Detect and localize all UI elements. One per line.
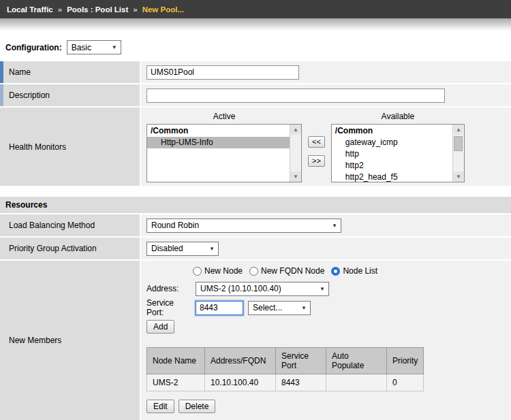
radio-new-fqdn-node[interactable]: New FQDN Node bbox=[249, 266, 324, 276]
load-balancing-method-label: Load Balancing Method bbox=[3, 214, 140, 236]
chevron-down-icon: ▼ bbox=[112, 44, 117, 50]
name-row: Name bbox=[0, 61, 511, 83]
list-item-monitor[interactable]: http2_head_f5 bbox=[332, 172, 452, 182]
radio-icon bbox=[249, 267, 258, 276]
radio-new-node[interactable]: New Node bbox=[193, 266, 243, 276]
breadcrumb-local-traffic[interactable]: Local Traffic bbox=[7, 5, 53, 14]
load-balancing-method-select[interactable]: Round Robin ▼ bbox=[146, 219, 341, 233]
add-member-button[interactable]: Add bbox=[146, 320, 174, 334]
configuration-select-value: Basic bbox=[72, 43, 91, 52]
scroll-up-icon[interactable]: ▲ bbox=[454, 125, 463, 135]
chevron-down-icon: ▼ bbox=[209, 246, 215, 252]
column-header-priority: Priority bbox=[387, 348, 424, 374]
move-to-available-button[interactable]: >> bbox=[308, 155, 325, 167]
delete-member-button[interactable]: Delete bbox=[179, 400, 216, 413]
list-item-partition[interactable]: /Common bbox=[332, 125, 452, 137]
name-label: Name bbox=[3, 61, 140, 83]
member-address: 10.10.100.40 bbox=[205, 374, 276, 391]
member-auto-populate bbox=[326, 374, 387, 391]
list-item-monitor[interactable]: Http-UMS-Info bbox=[147, 137, 290, 148]
column-header-node-name: Node Name bbox=[147, 348, 205, 374]
priority-group-activation-select[interactable]: Disabled ▼ bbox=[146, 242, 219, 256]
service-port-label: Service Port: bbox=[146, 298, 193, 317]
radio-node-list-label: Node List bbox=[343, 266, 377, 276]
scroll-up-icon[interactable]: ▲ bbox=[290, 125, 301, 135]
member-priority: 0 bbox=[387, 374, 424, 391]
scrollbar[interactable]: ▲ ▼ bbox=[290, 125, 301, 182]
address-select[interactable]: UMS-2 (10.10.100.40) ▼ bbox=[196, 282, 329, 296]
column-header-address-fqdn: Address/FQDN bbox=[205, 348, 276, 374]
health-monitors-label: Health Monitors bbox=[3, 108, 140, 186]
description-input[interactable] bbox=[146, 88, 445, 103]
new-members-row: New Members New Node New FQDN Node Node … bbox=[0, 261, 511, 420]
breadcrumb-separator: » bbox=[58, 5, 62, 14]
scrollbar-thumb[interactable] bbox=[454, 136, 463, 151]
available-monitors-listbox[interactable]: /Common gateway_icmp http http2 http2_he… bbox=[331, 124, 465, 182]
service-port-select[interactable]: Select... ▼ bbox=[248, 301, 311, 315]
radio-icon bbox=[193, 267, 202, 276]
available-monitors-title: Available bbox=[331, 112, 465, 124]
active-monitors-title: Active bbox=[146, 112, 302, 124]
radio-node-list[interactable]: Node List bbox=[331, 266, 377, 276]
load-balancing-method-value: Round Robin bbox=[151, 221, 199, 230]
description-row: Description bbox=[0, 84, 511, 106]
radio-new-node-label: New Node bbox=[204, 266, 243, 276]
chevron-down-icon: ▼ bbox=[332, 223, 337, 229]
members-table: Node Name Address/FQDN Service Port Auto… bbox=[146, 347, 424, 391]
load-balancing-method-row: Load Balancing Method Round Robin ▼ bbox=[0, 214, 511, 236]
breadcrumb-pools-pool-list[interactable]: Pools : Pool List bbox=[67, 5, 128, 14]
active-monitors-listbox[interactable]: /Common Http-UMS-Info ▲ ▼ bbox=[146, 124, 302, 182]
header-gradient bbox=[0, 18, 511, 31]
resources-section-title: Resources bbox=[0, 197, 511, 213]
list-item-monitor[interactable]: gateway_icmp bbox=[332, 137, 452, 148]
configuration-select[interactable]: Basic ▼ bbox=[67, 40, 121, 54]
priority-group-activation-value: Disabled bbox=[151, 244, 183, 253]
member-type-radio-group: New Node New FQDN Node Node List bbox=[193, 264, 377, 278]
radio-new-fqdn-node-label: New FQDN Node bbox=[261, 266, 324, 276]
list-item-monitor[interactable]: http2 bbox=[332, 160, 452, 172]
chevron-down-icon: ▼ bbox=[301, 305, 307, 311]
column-header-service-port: Service Port bbox=[276, 348, 326, 374]
service-port-input[interactable] bbox=[196, 301, 243, 315]
member-table-row[interactable]: UMS-2 10.10.100.40 8443 0 bbox=[147, 374, 424, 391]
configuration-label: Configuration: bbox=[5, 43, 62, 52]
radio-selected-icon bbox=[331, 267, 340, 276]
breadcrumb-new-pool: New Pool... bbox=[142, 5, 184, 14]
scrollbar[interactable]: ▲ ▼ bbox=[452, 125, 464, 182]
address-label: Address: bbox=[146, 284, 193, 293]
member-service-port: 8443 bbox=[276, 374, 326, 391]
member-node-name: UMS-2 bbox=[147, 374, 205, 391]
priority-group-activation-row: Priority Group Activation Disabled ▼ bbox=[0, 238, 511, 259]
chevron-down-icon: ▼ bbox=[320, 286, 325, 292]
name-input[interactable] bbox=[146, 65, 299, 80]
edit-member-button[interactable]: Edit bbox=[146, 400, 174, 413]
description-label: Description bbox=[3, 84, 140, 106]
list-item-partition[interactable]: /Common bbox=[147, 125, 290, 137]
move-to-active-button[interactable]: << bbox=[308, 136, 325, 148]
priority-group-activation-label: Priority Group Activation bbox=[3, 238, 140, 259]
configuration-row: Configuration: Basic ▼ bbox=[0, 31, 511, 61]
scroll-down-icon[interactable]: ▼ bbox=[290, 172, 301, 182]
breadcrumb: Local Traffic » Pools : Pool List » New … bbox=[0, 0, 511, 18]
service-port-select-value: Select... bbox=[253, 303, 282, 312]
address-select-value: UMS-2 (10.10.100.40) bbox=[200, 284, 281, 293]
health-monitors-row: Health Monitors Active /Common Http-UMS-… bbox=[0, 108, 511, 186]
breadcrumb-separator: » bbox=[133, 5, 137, 14]
list-item-monitor[interactable]: http bbox=[332, 148, 452, 160]
new-members-label: New Members bbox=[3, 261, 140, 420]
scroll-down-icon[interactable]: ▼ bbox=[453, 172, 464, 182]
column-header-auto-populate: Auto Populate bbox=[326, 348, 387, 374]
